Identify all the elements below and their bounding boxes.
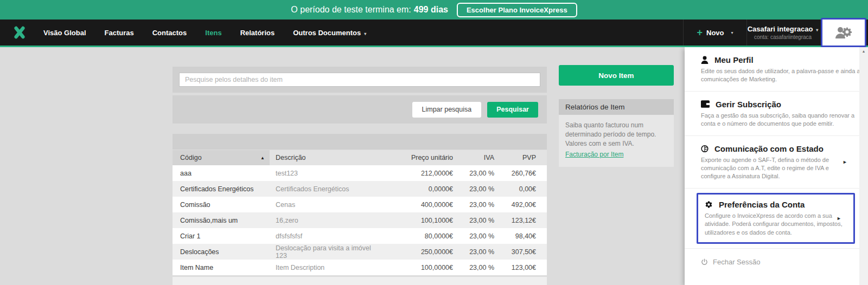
menu-item-description: Faça a gestão da sua subscrição, saiba q… <box>701 112 864 128</box>
item-reports-body: Saiba quanto facturou num determinado pe… <box>559 115 674 167</box>
table-row-partial <box>173 275 547 285</box>
nav-item-itens[interactable]: Itens <box>205 29 221 37</box>
new-item-button[interactable]: Novo Item <box>559 65 674 86</box>
menu-item-preferencias-da-conta[interactable]: Preferências da Conta Configure o Invoic… <box>697 193 855 244</box>
search-input[interactable] <box>179 73 540 87</box>
item-reports-text: Saiba quanto facturou num determinado pe… <box>565 121 656 147</box>
items-table: Código ▲ Descrição Preço unitário IVA PV… <box>173 150 547 285</box>
menu-item-title: Comunicação com o Estado <box>714 144 824 153</box>
table-row[interactable]: Certificados Energéticos Certificados En… <box>173 181 547 197</box>
account-switcher[interactable]: Casafari integracao▾ conta: casafariinte… <box>747 20 819 46</box>
item-reports-panel: Relatórios de Item Saiba quanto facturou… <box>559 99 674 167</box>
column-header-pvp[interactable]: PVP <box>494 154 547 161</box>
clear-search-button[interactable]: Limpar pesquisa <box>412 102 482 118</box>
sort-asc-icon: ▲ <box>260 151 265 166</box>
menu-item-title: Gerir Subscrição <box>716 100 781 109</box>
plus-icon: + <box>697 28 703 37</box>
wallet-icon <box>701 100 710 108</box>
menu-item-description: Edite os seus dados de utilizador, a pal… <box>701 67 864 84</box>
new-document-dropdown-button[interactable]: + Novo ▾ <box>683 20 747 46</box>
table-row[interactable]: aaa test123 212,0000€ 23,00 % 260,76€ <box>173 165 547 181</box>
chevron-down-icon: ▾ <box>731 30 733 35</box>
chevron-down-icon: ▾ <box>364 31 366 36</box>
logout-label: Fechar Sessão <box>713 258 760 266</box>
nav-item-facturas[interactable]: Facturas <box>105 29 134 37</box>
choose-plan-button[interactable]: Escolher Plano InvoiceXpress <box>457 3 577 17</box>
nav-item-relatorios[interactable]: Relatórios <box>240 29 275 37</box>
account-settings-dropdown: Meu Perfil Edite os seus dados de utiliz… <box>685 47 859 285</box>
state-emblem-icon <box>701 145 709 153</box>
nav-links: Visão Global Facturas Contactos Itens Re… <box>43 29 366 37</box>
power-icon <box>701 258 708 265</box>
submenu-arrow-icon: ► <box>843 159 847 165</box>
search-panel <box>173 67 547 93</box>
menu-item-comunicacao-com-o-estado[interactable]: Comunicação com o Estado Exporte ou agen… <box>685 136 859 189</box>
new-button-label: Novo <box>706 29 724 37</box>
menu-item-gerir-subscricao[interactable]: Gerir Subscrição Faça a gestão da sua su… <box>685 92 859 136</box>
menu-item-description: Configure o InvoiceXpress de acordo com … <box>705 212 847 237</box>
gear-icon <box>705 200 713 209</box>
menu-item-title: Meu Perfil <box>714 55 754 64</box>
dropdown-scrollbar[interactable]: ▲ <box>859 47 868 285</box>
menu-item-description: Exporte ou agende o SAF-T, defina o méto… <box>701 156 843 181</box>
submenu-arrow-icon: ► <box>837 216 841 221</box>
nav-item-contactos[interactable]: Contactos <box>152 29 187 37</box>
column-header-preco-unitario[interactable]: Preço unitário <box>372 154 453 161</box>
main-navbar: Visão Global Facturas Contactos Itens Re… <box>0 20 868 47</box>
facturacao-por-item-link[interactable]: Facturação por Item <box>565 150 623 159</box>
account-subtitle: conta: casafariintegraca <box>754 34 812 40</box>
table-header: Código ▲ Descrição Preço unitário IVA PV… <box>173 150 547 165</box>
column-header-iva[interactable]: IVA <box>453 154 494 161</box>
user-gear-icon <box>834 25 853 40</box>
menu-item-fechar-sessao[interactable]: Fechar Sessão <box>685 249 859 275</box>
item-reports-title: Relatórios de Item <box>559 99 674 115</box>
chevron-down-icon: ▾ <box>816 28 818 33</box>
user-icon <box>701 56 709 64</box>
menu-item-title: Preferências da Conta <box>719 200 805 209</box>
table-toolbar-strip <box>173 134 547 150</box>
scrollbar-up-arrow[interactable]: ▲ <box>859 47 868 55</box>
column-header-descricao[interactable]: Descrição <box>270 154 372 161</box>
search-button[interactable]: Pesquisar <box>487 102 538 118</box>
trial-banner-text: O período de teste termina em:499 dias <box>291 5 448 15</box>
column-header-codigo[interactable]: Código ▲ <box>173 150 270 165</box>
table-row[interactable]: Comissão Cenas 400,0000€ 23,00 % 492,00€ <box>173 197 547 212</box>
table-row[interactable]: Comissão,mais um 16,zero 100,1000€ 23,00… <box>173 212 547 228</box>
account-settings-button[interactable] <box>821 18 866 47</box>
search-actions-panel: Limpar pesquisa Pesquisar <box>173 95 547 124</box>
trial-days-left: 499 dias <box>414 5 448 14</box>
account-name: Casafari integracao▾ <box>748 25 819 33</box>
trial-banner: O período de teste termina em:499 dias E… <box>0 0 868 20</box>
table-row[interactable]: Item Name Item Description 100,0000€ 23,… <box>173 260 547 275</box>
table-row[interactable]: Criar 1 dfsfsfsfsf 80,0000€ 23,00 % 98,4… <box>173 228 547 244</box>
trial-text: O período de teste termina em: <box>291 5 411 14</box>
nav-item-outros-documentos[interactable]: Outros Documentos▾ <box>293 29 366 37</box>
nav-item-visao-global[interactable]: Visão Global <box>43 29 86 37</box>
table-row[interactable]: Deslocações Deslocação para visita a imó… <box>173 244 547 260</box>
invoicexpress-logo-icon[interactable] <box>11 24 28 41</box>
menu-item-meu-perfil[interactable]: Meu Perfil Edite os seus dados de utiliz… <box>685 47 859 92</box>
